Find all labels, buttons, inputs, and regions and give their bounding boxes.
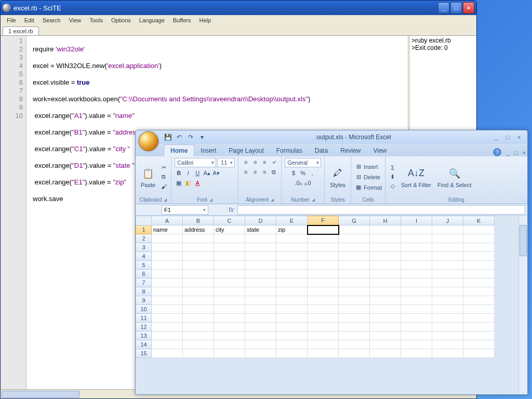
align-center-icon[interactable]: ≡ — [251, 168, 259, 176]
align-left-icon[interactable]: ≡ — [242, 168, 250, 176]
fill-icon[interactable]: ⬇ — [389, 173, 397, 181]
column-header-D[interactable]: D — [245, 216, 276, 225]
shrink-font-button[interactable]: A▾ — [212, 169, 220, 177]
styles-button[interactable]: 🖍 Styles — [328, 165, 348, 189]
row-header-4[interactable]: 4 — [136, 252, 152, 261]
tab-review[interactable]: Review — [334, 145, 367, 156]
menu-search[interactable]: Search — [38, 16, 65, 24]
menu-options[interactable]: Options — [107, 16, 135, 24]
cell-I1[interactable] — [401, 225, 432, 234]
cell-C11[interactable] — [214, 314, 245, 323]
cell-D15[interactable] — [245, 349, 276, 358]
cell-D7[interactable] — [245, 278, 276, 287]
cell-E10[interactable] — [276, 305, 308, 314]
cell-C3[interactable] — [214, 243, 245, 252]
save-icon[interactable]: 💾 — [164, 133, 172, 141]
column-header-J[interactable]: J — [432, 216, 463, 225]
number-format-combo[interactable]: General — [285, 158, 321, 167]
cell-H15[interactable] — [370, 349, 401, 358]
cell-K14[interactable] — [463, 340, 495, 349]
cell-D6[interactable] — [245, 270, 276, 278]
decrease-decimal-button[interactable]: ₀.0 — [303, 179, 312, 187]
cell-E1[interactable]: zip — [276, 225, 308, 234]
column-header-A[interactable]: A — [152, 216, 183, 225]
cell-B1[interactable]: address — [183, 225, 214, 234]
cell-F15[interactable] — [308, 349, 339, 358]
dialog-launcher-icon[interactable]: ◢ — [164, 197, 167, 202]
tab-view[interactable]: View — [367, 145, 393, 156]
grow-font-button[interactable]: A▴ — [203, 169, 211, 177]
maximize-button[interactable]: □ — [502, 134, 513, 141]
cell-K4[interactable] — [463, 252, 495, 261]
cell-K10[interactable] — [463, 305, 495, 314]
currency-button[interactable]: $ — [289, 169, 298, 177]
cell-K6[interactable] — [463, 270, 495, 278]
row-header-3[interactable]: 3 — [136, 243, 152, 252]
cell-F11[interactable] — [308, 314, 339, 323]
cell-I14[interactable] — [401, 340, 432, 349]
cell-H10[interactable] — [370, 305, 401, 314]
column-header-C[interactable]: C — [214, 216, 245, 225]
worksheet-grid[interactable]: ABCDEFGHIJK1nameaddresscitystatezip23456… — [136, 216, 527, 394]
fill-color-button[interactable]: ◧ — [184, 179, 192, 187]
cell-E13[interactable] — [276, 331, 308, 340]
cell-A1[interactable]: name — [152, 225, 183, 234]
fx-icon[interactable]: fx — [225, 206, 237, 214]
cell-F8[interactable] — [308, 287, 339, 296]
cut-icon[interactable]: ✂ — [159, 164, 168, 172]
column-header-B[interactable]: B — [183, 216, 214, 225]
menu-view[interactable]: View — [65, 16, 86, 24]
cell-B7[interactable] — [183, 278, 214, 287]
align-middle-icon[interactable]: ≡ — [251, 158, 259, 166]
cell-F7[interactable] — [308, 278, 339, 287]
copy-icon[interactable]: ⧉ — [159, 173, 168, 181]
cell-A9[interactable] — [152, 296, 183, 305]
cell-A3[interactable] — [152, 243, 183, 252]
wb-restore-button[interactable]: □ — [513, 150, 520, 156]
cell-A4[interactable] — [152, 252, 183, 261]
cell-G9[interactable] — [339, 296, 370, 305]
cell-K3[interactable] — [463, 243, 495, 252]
cell-K7[interactable] — [463, 278, 495, 287]
cell-E15[interactable] — [276, 349, 308, 358]
qat-dropdown-icon[interactable]: ▾ — [198, 133, 206, 141]
cell-J8[interactable] — [432, 287, 463, 296]
cell-B8[interactable] — [183, 287, 214, 296]
cell-G4[interactable] — [339, 252, 370, 261]
cell-J14[interactable] — [432, 340, 463, 349]
cell-H9[interactable] — [370, 296, 401, 305]
cell-C8[interactable] — [214, 287, 245, 296]
column-header-I[interactable]: I — [401, 216, 432, 225]
cell-C9[interactable] — [214, 296, 245, 305]
cell-C14[interactable] — [214, 340, 245, 349]
cell-F2[interactable] — [308, 234, 339, 243]
cell-K11[interactable] — [463, 314, 495, 323]
cell-B5[interactable] — [183, 261, 214, 270]
cell-J13[interactable] — [432, 331, 463, 340]
cell-I15[interactable] — [401, 349, 432, 358]
help-icon[interactable]: ? — [493, 148, 501, 156]
cell-A6[interactable] — [152, 270, 183, 278]
cell-D12[interactable] — [245, 323, 276, 331]
row-header-11[interactable]: 11 — [136, 314, 152, 323]
menu-file[interactable]: File — [3, 16, 20, 24]
dialog-launcher-icon[interactable]: ◢ — [312, 197, 315, 202]
cell-J6[interactable] — [432, 270, 463, 278]
cell-C6[interactable] — [214, 270, 245, 278]
paste-button[interactable]: 📋 Paste — [139, 165, 157, 189]
cell-J12[interactable] — [432, 323, 463, 331]
cell-H4[interactable] — [370, 252, 401, 261]
cell-A7[interactable] — [152, 278, 183, 287]
cell-E3[interactable] — [276, 243, 308, 252]
cell-A8[interactable] — [152, 287, 183, 296]
cell-K8[interactable] — [463, 287, 495, 296]
row-header-12[interactable]: 12 — [136, 323, 152, 331]
cell-E14[interactable] — [276, 340, 308, 349]
cell-G14[interactable] — [339, 340, 370, 349]
cell-K12[interactable] — [463, 323, 495, 331]
cell-J1[interactable] — [432, 225, 463, 234]
cell-A14[interactable] — [152, 340, 183, 349]
cell-J7[interactable] — [432, 278, 463, 287]
cell-C10[interactable] — [214, 305, 245, 314]
undo-icon[interactable]: ↶ — [175, 133, 183, 141]
